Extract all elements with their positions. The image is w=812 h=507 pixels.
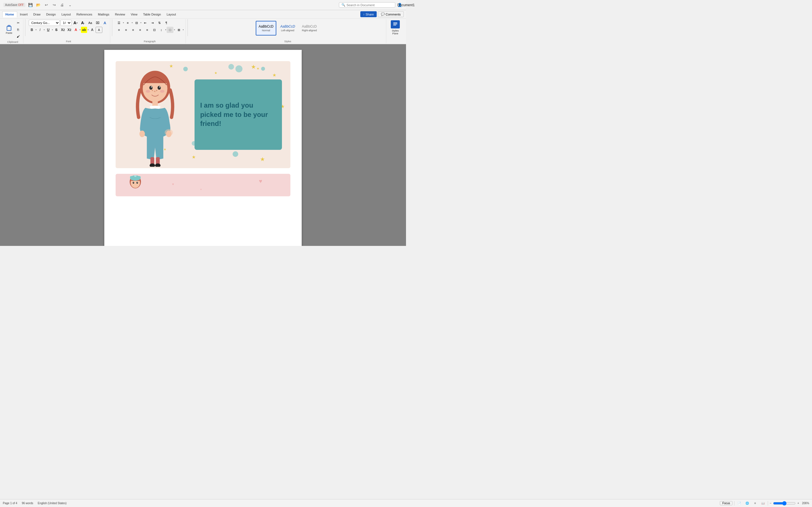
styles-pane-button[interactable]: StylesPane [387, 19, 404, 36]
font-group: Century Go... 14 A+ A- Aa ⌧ A B ▾ I ▾ [27, 19, 110, 43]
align-center-button[interactable]: ≡ [123, 27, 130, 33]
highlight-button[interactable]: ab [81, 27, 87, 33]
autosave-label[interactable]: AutoSave OFF [3, 3, 26, 7]
save-icon[interactable]: 💾 [28, 2, 33, 8]
title-bar-left: AutoSave OFF 💾 📂 ↩ ↪ 🖨 ⌄ [3, 2, 73, 8]
align-distributed-button[interactable]: ≡ [144, 27, 151, 33]
numbered-dropdown[interactable]: ▾ [132, 22, 133, 24]
shading-dropdown[interactable]: ▾ [174, 29, 175, 31]
tab-view[interactable]: View [128, 11, 140, 17]
print-icon[interactable]: 🖨 [59, 2, 65, 8]
borders-dropdown[interactable]: ▾ [183, 29, 184, 31]
format-painter-button[interactable]: 🖌 [15, 33, 21, 40]
outdent-button[interactable]: ⇤ [142, 20, 149, 26]
bullet-list-button[interactable]: ☰ [116, 20, 122, 26]
undo-icon[interactable]: ↩ [43, 2, 49, 8]
tab-table-design[interactable]: Table Design [140, 11, 164, 17]
bullet-dropdown[interactable]: ▾ [123, 22, 124, 24]
font-color-dropdown[interactable]: ▾ [80, 29, 81, 31]
separator3 [188, 19, 188, 36]
copy-button[interactable]: ⎘ [15, 26, 21, 33]
svg-rect-4 [393, 25, 396, 25]
italic-dropdown[interactable]: ▾ [44, 29, 45, 31]
svg-point-18 [140, 130, 145, 137]
tab-references[interactable]: References [73, 11, 95, 17]
text-highlight-button[interactable]: A [89, 27, 95, 33]
shading-button[interactable]: □ [167, 27, 173, 33]
decrease-font-button[interactable]: A- [80, 20, 86, 26]
show-marks-button[interactable]: ¶ [163, 20, 170, 26]
highlight-dropdown[interactable]: ▾ [88, 29, 89, 31]
title-bar: AutoSave OFF 💾 📂 ↩ ↪ 🖨 ⌄ Document1 🔍 👤 [0, 0, 406, 10]
text-border-button[interactable]: A [96, 27, 102, 33]
tab-insert[interactable]: Insert [17, 11, 31, 17]
search-bar[interactable]: 🔍 [339, 2, 395, 8]
bold-button[interactable]: B [29, 27, 35, 33]
svg-point-11 [146, 90, 150, 93]
increase-font-button[interactable]: A+ [72, 20, 79, 26]
tab-layout2[interactable]: Layout [164, 11, 179, 17]
justify-button[interactable]: ≡ [137, 27, 144, 33]
font-color-button[interactable]: A [73, 27, 79, 33]
style-left-aligned[interactable]: AaBbCcD Left-aligned [277, 21, 298, 36]
underline-dropdown[interactable]: ▾ [52, 29, 53, 31]
svg-point-13 [152, 90, 153, 91]
strikethrough-button[interactable]: S [53, 27, 59, 33]
more-icon[interactable]: ⌄ [67, 2, 73, 8]
svg-rect-3 [393, 24, 397, 24]
font-size-dropdown[interactable]: 14 [60, 20, 71, 26]
superscript-button[interactable]: X2 [66, 27, 72, 33]
open-icon[interactable]: 📂 [36, 2, 41, 8]
star-deco-5: ★ [272, 72, 276, 78]
change-case-button[interactable]: Aa [87, 20, 94, 26]
star-deco-3: ★ [251, 63, 256, 70]
font-name-dropdown[interactable]: Century Go... [29, 20, 60, 26]
tab-design[interactable]: Design [43, 11, 59, 17]
italic-button[interactable]: I [37, 27, 43, 33]
clipboard-label: Clipboard [7, 40, 18, 43]
line-spacing-button[interactable]: ↕ [158, 27, 165, 33]
subscript-button[interactable]: X2 [60, 27, 66, 33]
dot-4 [261, 67, 265, 71]
tab-home[interactable]: Home [2, 11, 17, 17]
tab-mailings[interactable]: Mailings [95, 11, 112, 17]
tab-draw[interactable]: Draw [31, 11, 43, 17]
share-button[interactable]: ↑Share [360, 11, 377, 17]
bold-dropdown[interactable]: ▾ [36, 29, 37, 31]
svg-point-20 [165, 129, 173, 136]
spacing-dropdown[interactable]: ▾ [165, 29, 166, 31]
underline-button[interactable]: U [45, 27, 51, 33]
cut-button[interactable]: ✂ [15, 20, 21, 26]
tab-review[interactable]: Review [112, 11, 128, 17]
dot-7 [233, 151, 238, 157]
clear-format-button[interactable]: ⌧ [94, 20, 101, 26]
svg-point-7 [149, 86, 153, 90]
ribbon-content: Paste ✂ ⎘ 🖌 Clipboard Century Go... [0, 18, 406, 44]
separator1 [25, 19, 26, 36]
align-right-button[interactable]: ≡ [130, 27, 137, 33]
multilevel-dropdown[interactable]: ▾ [140, 22, 142, 24]
font-label: Font [66, 40, 71, 43]
tab-layout[interactable]: Layout [59, 11, 73, 17]
card-1-container: ★ ★ ★ ★ ★ ★ ★ ★ ★ ★ [116, 61, 290, 168]
multilevel-list-button[interactable]: ⊟ [133, 20, 140, 26]
sort-button[interactable]: ⇅ [156, 20, 163, 26]
heart-4: ♥ [200, 188, 202, 191]
styles-pane-label: StylesPane [392, 29, 399, 35]
svg-point-27 [133, 182, 134, 184]
align-special-button[interactable]: ⊡ [151, 27, 158, 33]
redo-icon[interactable]: ↪ [51, 2, 57, 8]
text-effects-button[interactable]: A [101, 20, 108, 26]
search-input[interactable] [347, 3, 392, 7]
paragraph-label: Paragraph [144, 40, 156, 43]
style-normal[interactable]: AaBbCcD Normal [256, 21, 276, 36]
comments-button[interactable]: 💬Comments [378, 11, 404, 17]
search-icon: 🔍 [342, 3, 345, 7]
align-left-button[interactable]: ≡ [116, 27, 122, 33]
style-right-aligned[interactable]: AaBbCcD Right-aligned [299, 21, 320, 36]
numbered-list-button[interactable]: ≡ [124, 20, 131, 26]
star-deco-2: ★ [214, 71, 217, 75]
indent-button[interactable]: ⇥ [149, 20, 156, 26]
borders-button[interactable]: ⊞ [175, 27, 182, 33]
paste-button[interactable]: Paste [4, 22, 14, 37]
